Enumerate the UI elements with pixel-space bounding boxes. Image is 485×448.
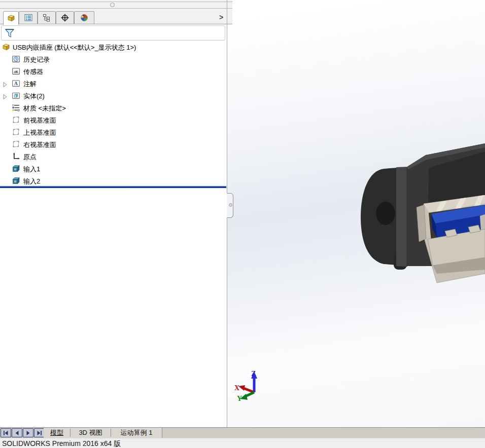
tab-displaymanager[interactable] <box>74 11 94 24</box>
solid-bodies-icon <box>12 91 20 102</box>
sensors-icon <box>12 67 20 78</box>
tree-item-label: 注解 <box>23 80 37 89</box>
tab-motion-study-1[interactable]: 运动算例 1 <box>111 428 162 438</box>
panel-top-line <box>0 2 232 2</box>
tab-scroll-buttons <box>1 428 45 437</box>
plane-icon <box>12 140 20 151</box>
rollback-bar[interactable] <box>0 186 226 188</box>
tree-item-origin[interactable]: 原点 <box>0 151 226 163</box>
document-tab-bar: 模型 3D 视图 运动算例 1 <box>0 427 485 438</box>
origin-icon <box>12 152 20 163</box>
svg-text:A: A <box>14 81 18 86</box>
tree-item-label: 实体(2) <box>23 92 45 101</box>
document-tabs: 模型 3D 视图 运动算例 1 <box>44 428 162 438</box>
filter-funnel-icon <box>4 27 15 40</box>
tree-item-label: 材质 <未指定> <box>23 104 66 113</box>
annotations-icon: A <box>12 79 20 90</box>
tree-item-right-plane[interactable]: 右视基准面 <box>0 138 226 151</box>
orientation-triad: Z X Y <box>228 0 485 427</box>
panel-splitter-handle[interactable] <box>110 3 115 7</box>
panel-splitter-grip[interactable] <box>227 193 233 218</box>
tree-item-material[interactable]: 材质 <未指定> <box>0 102 226 114</box>
tab-model[interactable]: 模型 <box>44 428 70 438</box>
tree-item-sensors[interactable]: 传感器 <box>0 65 226 78</box>
panel-top-line2 <box>0 8 232 9</box>
expand-arrow-icon[interactable] <box>3 93 8 102</box>
status-bar-text: SOLIDWORKS Premium 2016 x64 版 <box>2 439 121 448</box>
last-frame-icon[interactable] <box>34 428 45 437</box>
tree-item-label: 传感器 <box>23 67 43 77</box>
tab-3d-views[interactable]: 3D 视图 <box>71 428 111 438</box>
previous-frame-icon[interactable] <box>12 428 22 437</box>
tree-item-imported1[interactable]: 输入1 <box>0 163 226 175</box>
tree-item-label: 前视基准面 <box>23 116 56 125</box>
panel-header: > <box>0 0 232 24</box>
part-icon <box>2 43 11 54</box>
first-frame-icon[interactable] <box>1 428 11 437</box>
tab-dimxpertmanager[interactable] <box>56 11 74 24</box>
featuremanager-panel: > USB内嵌插座 (默认<<默认>_显示状态 1>) <box>0 0 227 427</box>
tabbar-divider <box>0 24 232 24</box>
dimxpertmanager-icon <box>60 13 70 22</box>
tree-item-annotations[interactable]: A 注解 <box>0 78 226 90</box>
imported-body-icon <box>12 164 20 175</box>
imported-body-icon <box>12 176 20 187</box>
tree-filter-input[interactable] <box>1 25 225 41</box>
tree-item-solid-bodies[interactable]: 实体(2) <box>0 90 226 102</box>
tree-item-label: 输入1 <box>23 165 40 174</box>
history-folder-icon <box>12 55 20 65</box>
featuremanager-tree-icon <box>7 14 16 23</box>
solidworks-window: Z X Y <box>0 0 485 448</box>
material-icon <box>12 103 20 114</box>
tree-item-top-plane[interactable]: 上视基准面 <box>0 126 226 138</box>
triad-y-label: Y <box>237 395 242 402</box>
tree-item-label: 上视基准面 <box>23 128 56 137</box>
tree-item-history[interactable]: 历史记录 <box>0 53 226 65</box>
tab-configurationmanager[interactable] <box>38 11 56 24</box>
status-bar: SOLIDWORKS Premium 2016 x64 版 <box>0 438 485 448</box>
propertymanager-icon <box>24 13 33 22</box>
triad-z-label: Z <box>251 370 256 378</box>
displaymanager-icon <box>80 13 89 22</box>
panel-tabs-overflow-button[interactable]: > <box>217 13 225 22</box>
tree-item-front-plane[interactable]: 前视基准面 <box>0 114 226 126</box>
tree-item-label: 右视基准面 <box>23 140 56 150</box>
tree-root-label: USB内嵌插座 (默认<<默认>_显示状态 1>) <box>13 43 136 52</box>
plane-icon <box>12 116 20 126</box>
triad-x-label: X <box>234 384 239 392</box>
tree-item-imported2[interactable]: 输入2 <box>0 175 226 187</box>
tab-propertymanager[interactable] <box>19 11 38 24</box>
tree-item-label: 历史记录 <box>23 55 50 64</box>
tree-item-label: 原点 <box>23 153 37 162</box>
expand-arrow-icon[interactable] <box>3 81 8 90</box>
tree-root-part[interactable]: USB内嵌插座 (默认<<默认>_显示状态 1>) <box>0 41 226 53</box>
configurationmanager-icon <box>42 13 51 22</box>
splitter-dot <box>229 203 232 207</box>
plane-icon <box>12 128 20 138</box>
tree-item-label: 输入2 <box>23 177 40 186</box>
tab-featuremanager[interactable] <box>3 11 19 25</box>
next-frame-icon[interactable] <box>23 428 33 437</box>
